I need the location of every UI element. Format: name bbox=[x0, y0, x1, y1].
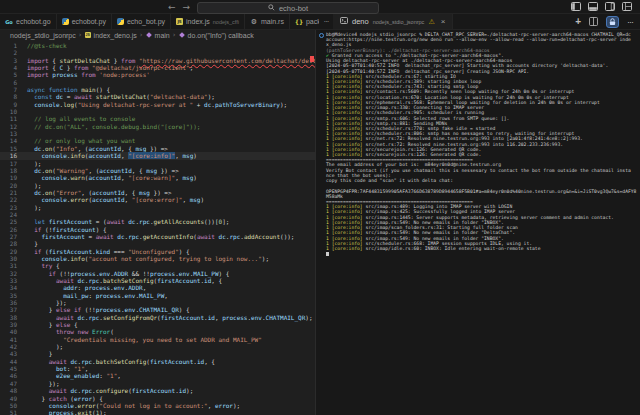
code-line: 43 } bbox=[0, 350, 315, 357]
terminal-tab[interactable]: deno nodejs_stdio_jsonrpc ⚠ × bbox=[333, 14, 453, 29]
code-line: 29 if (firstAccount.kind === "Unconfigur… bbox=[0, 248, 315, 255]
chevron-icon: › bbox=[79, 31, 82, 39]
code-line: 8 const dc = await startDeltaChat("delta… bbox=[0, 93, 315, 100]
terminal-actions: + ··· bbox=[575, 14, 640, 29]
forward-icon[interactable]: → bbox=[183, 2, 191, 12]
chevron-icon: › bbox=[173, 31, 176, 39]
history-nav: ← → bbox=[168, 0, 190, 14]
code-line: 30 console.info("account not configured,… bbox=[0, 255, 315, 262]
more-tabs-button[interactable]: ··· bbox=[319, 14, 333, 29]
code-line: 15 dc.on("Info", (accountId, { msg }) => bbox=[0, 145, 315, 152]
tab-echo_bot.py[interactable]: echo_bot.py bbox=[112, 14, 171, 29]
tab-label: main.rs bbox=[261, 18, 284, 25]
vscode-window: ← → echo-bot Goechobot.goechobot.p bbox=[0, 0, 640, 415]
close-icon[interactable]: × bbox=[441, 17, 446, 26]
line-number: 3 bbox=[0, 57, 27, 64]
line-number: 37 bbox=[0, 306, 27, 313]
code-line: 3import { startDeltaChat } from "https:/… bbox=[0, 57, 315, 64]
customize-layout-icon[interactable] bbox=[622, 2, 632, 11]
line-number: 45 bbox=[0, 365, 27, 372]
code-line: 2 bbox=[0, 49, 315, 56]
code-line: 44 await dc.rpc.batchSetConfig(firstAcco… bbox=[0, 358, 315, 365]
tab-label: echobot.py bbox=[72, 18, 106, 25]
back-icon[interactable]: ← bbox=[168, 2, 176, 12]
code-line: 7async function main() { bbox=[0, 86, 315, 93]
js-symbol-icon: JS bbox=[85, 32, 91, 38]
code-line: 22 console.error(accountId, "[core:error… bbox=[0, 196, 315, 203]
tab-hint: nodejs_cffi bbox=[213, 19, 239, 25]
breadcrumb-item[interactable]: main bbox=[155, 32, 170, 39]
code-line: 38 await dc.rpc.setConfigFromQr(firstAcc… bbox=[0, 314, 315, 321]
method-symbol-icon bbox=[146, 32, 152, 38]
line-number: 29 bbox=[0, 248, 27, 255]
line-number: 51 bbox=[0, 409, 27, 415]
tab-echobot.go[interactable]: Goechobot.go bbox=[0, 14, 57, 29]
line-number: 42 bbox=[0, 343, 27, 350]
line-number: 2 bbox=[0, 49, 27, 56]
line-number: 36 bbox=[0, 299, 27, 306]
tab-label: index.js bbox=[186, 18, 210, 25]
code-line: 9 console.log("Using deltachat-rpc-serve… bbox=[0, 101, 315, 108]
line-number: 34 bbox=[0, 284, 27, 291]
code-line: 40 throw new Error( bbox=[0, 328, 315, 335]
rs-file-icon: ⚙ bbox=[250, 18, 258, 26]
search-icon bbox=[268, 4, 275, 13]
code-line: 18 dc.on("Warning", (accountId, { msg })… bbox=[0, 167, 315, 174]
line-number: 20 bbox=[0, 182, 27, 189]
code-line: 24 bbox=[0, 211, 315, 218]
search-label: echo-bot bbox=[279, 4, 308, 13]
line-number: 4 bbox=[0, 64, 27, 71]
line-number: 40 bbox=[0, 328, 27, 335]
code-line: 48 await dc.rpc.configure(firstAccount.i… bbox=[0, 387, 315, 394]
line-number: 43 bbox=[0, 350, 27, 357]
command-center-search[interactable]: echo-bot bbox=[197, 2, 379, 14]
line-number: 22 bbox=[0, 196, 27, 203]
error-marker bbox=[310, 56, 314, 62]
line-number: 25 bbox=[0, 218, 27, 225]
line-number: 23 bbox=[0, 204, 27, 211]
tab-echobot.py[interactable]: echobot.py bbox=[57, 14, 112, 29]
line-number: 49 bbox=[0, 395, 27, 402]
lock-icon[interactable] bbox=[606, 16, 619, 28]
line-number: 9 bbox=[0, 101, 27, 108]
tab-index.js[interactable]: JSindex.jsnodejs_cffi bbox=[171, 14, 245, 29]
code-line: 33 await dc.rpc.batchSetConfig(firstAcco… bbox=[0, 277, 315, 284]
chevron-icon: › bbox=[140, 31, 143, 39]
toggle-sidebar-icon[interactable] bbox=[571, 2, 581, 11]
tab-package.json[interactable]: {}package.json bbox=[290, 14, 319, 29]
py-file-icon bbox=[117, 18, 124, 25]
code-line: 28 } bbox=[0, 240, 315, 247]
code-editor[interactable]: 1//@ts-check23import { startDeltaChat } … bbox=[0, 40, 315, 415]
line-number: 30 bbox=[0, 255, 27, 262]
breadcrumb-item[interactable]: nodejs_stdio_jsonrpc bbox=[10, 32, 76, 39]
code-line: 41 "Credentials missing, you need to set… bbox=[0, 336, 315, 343]
terminal-output[interactable]: bb@Mdevice4 nodejs_stdio_jsonrpc % DELTA… bbox=[316, 30, 640, 256]
code-line: 31 try { bbox=[0, 262, 315, 269]
toggle-panel-icon[interactable] bbox=[588, 2, 598, 11]
py-file-icon bbox=[62, 18, 69, 25]
code-line: 11 // log all events to console bbox=[0, 115, 315, 122]
new-terminal-button[interactable]: + bbox=[575, 16, 581, 27]
breadcrumb-item[interactable]: do.on("Info") callback bbox=[188, 32, 254, 39]
split-terminal-icon[interactable] bbox=[589, 17, 598, 26]
code-line: 6 bbox=[0, 79, 315, 86]
tab-main.rs[interactable]: ⚙main.rs bbox=[245, 14, 290, 29]
line-number: 14 bbox=[0, 137, 27, 144]
code-line: 42 ); bbox=[0, 343, 315, 350]
toggle-secondary-sidebar-icon[interactable] bbox=[605, 2, 615, 11]
line-number: 26 bbox=[0, 226, 27, 233]
tab-bar: Goechobot.goechobot.pyecho_bot.pyJSindex… bbox=[0, 14, 640, 30]
code-line: 47 }); bbox=[0, 380, 315, 387]
code-line: 20 ); bbox=[0, 182, 315, 189]
line-number: 38 bbox=[0, 314, 27, 321]
code-line: 37 } else if (!!process.env.CHATMAIL_QR)… bbox=[0, 306, 315, 313]
terminal-icon bbox=[340, 17, 348, 26]
terminal-more-actions[interactable]: ··· bbox=[627, 17, 633, 27]
breadcrumb: nodejs_stdio_jsonrpc›JSindex_deno.js›mai… bbox=[0, 30, 315, 40]
line-number: 39 bbox=[0, 321, 27, 328]
breadcrumb-item[interactable]: index_deno.js bbox=[94, 32, 137, 39]
code-line: 16 console.info(accountId, "[core:info]"… bbox=[0, 152, 315, 159]
line-number: 6 bbox=[0, 79, 27, 86]
line-number: 41 bbox=[0, 336, 27, 343]
warning-icon: ⚠ bbox=[428, 18, 434, 26]
